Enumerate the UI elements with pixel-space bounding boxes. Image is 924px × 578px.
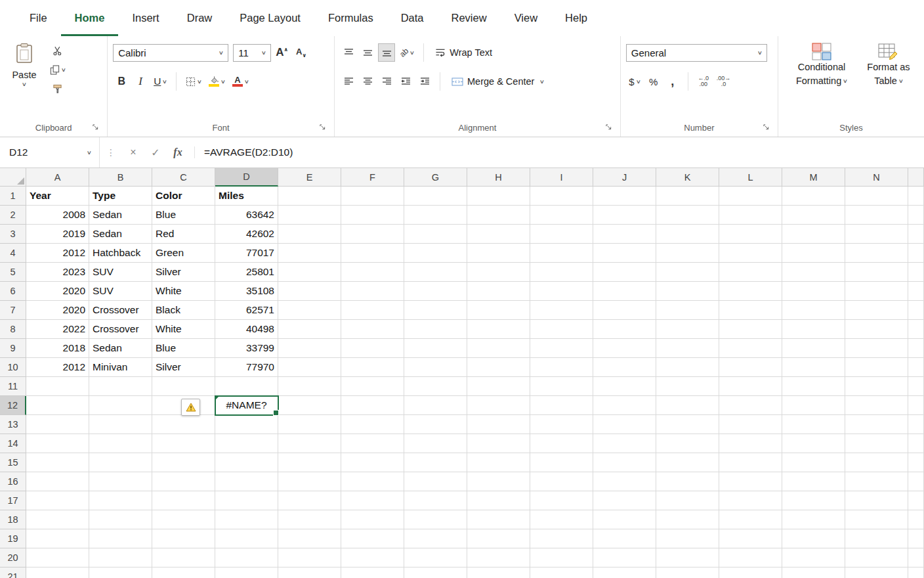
- cell-D10[interactable]: 77970: [215, 358, 278, 377]
- cell-E1[interactable]: [278, 187, 341, 206]
- row-header-17[interactable]: 17: [0, 491, 26, 510]
- cell-C8[interactable]: White: [152, 320, 215, 339]
- menu-item-insert[interactable]: Insert: [118, 0, 173, 36]
- cell-A6[interactable]: 2020: [26, 282, 89, 301]
- cell-I21[interactable]: [530, 567, 593, 578]
- cell-F13[interactable]: [341, 415, 404, 434]
- cell-D6[interactable]: 35108: [215, 282, 278, 301]
- cell-N15[interactable]: [845, 453, 908, 472]
- cell-K21[interactable]: [656, 567, 719, 578]
- format-painter-button[interactable]: [47, 82, 68, 95]
- column-header-H[interactable]: H: [467, 168, 530, 187]
- cell-C10[interactable]: Silver: [152, 358, 215, 377]
- row-header-6[interactable]: 6: [0, 282, 26, 301]
- cell-L15[interactable]: [719, 453, 782, 472]
- cell-H19[interactable]: [467, 529, 530, 548]
- cell-F3[interactable]: [341, 225, 404, 244]
- cell-K15[interactable]: [656, 453, 719, 472]
- cell-J5[interactable]: [593, 263, 656, 282]
- cell-D21[interactable]: [215, 567, 278, 578]
- cell-A4[interactable]: 2012: [26, 244, 89, 263]
- cell-E11[interactable]: [278, 377, 341, 396]
- cell-B18[interactable]: [89, 510, 152, 529]
- cell-G1[interactable]: [404, 187, 467, 206]
- format-as-table-button[interactable]: Format as Table ∨: [858, 41, 919, 119]
- error-checking-button[interactable]: [181, 399, 200, 416]
- cell-F20[interactable]: [341, 548, 404, 567]
- cell-F1[interactable]: [341, 187, 404, 206]
- cell-N11[interactable]: [845, 377, 908, 396]
- cell-B14[interactable]: [89, 434, 152, 453]
- cell-J21[interactable]: [593, 567, 656, 578]
- cell-K8[interactable]: [656, 320, 719, 339]
- cell-C6[interactable]: White: [152, 282, 215, 301]
- cell-M5[interactable]: [782, 263, 845, 282]
- cell-H6[interactable]: [467, 282, 530, 301]
- cell-L12[interactable]: [719, 396, 782, 415]
- alignment-dialog-launcher-icon[interactable]: [604, 123, 613, 131]
- cell-N5[interactable]: [845, 263, 908, 282]
- cell-E17[interactable]: [278, 491, 341, 510]
- cut-button[interactable]: [47, 44, 68, 57]
- cell-I2[interactable]: [530, 206, 593, 225]
- cell-I14[interactable]: [530, 434, 593, 453]
- cell-F5[interactable]: [341, 263, 404, 282]
- cell-G6[interactable]: [404, 282, 467, 301]
- paste-button[interactable]: Paste ∨: [5, 41, 43, 119]
- align-center-button[interactable]: [359, 72, 376, 91]
- orientation-button[interactable]: ab ∨: [397, 43, 417, 62]
- row-header-5[interactable]: 5: [0, 263, 26, 282]
- cell-C11[interactable]: [152, 377, 215, 396]
- cell-L11[interactable]: [719, 377, 782, 396]
- cell-G2[interactable]: [404, 206, 467, 225]
- cell-E7[interactable]: [278, 301, 341, 320]
- decrease-decimal-button[interactable]: .00→.0: [714, 72, 734, 91]
- row-header-18[interactable]: 18: [0, 510, 26, 529]
- cell-F9[interactable]: [341, 339, 404, 358]
- cell-F19[interactable]: [341, 529, 404, 548]
- column-header-N[interactable]: N: [845, 168, 908, 187]
- cell-H11[interactable]: [467, 377, 530, 396]
- cell-C21[interactable]: [152, 567, 215, 578]
- column-header-L[interactable]: L: [719, 168, 782, 187]
- cell-J20[interactable]: [593, 548, 656, 567]
- merge-center-button[interactable]: Merge & Center ∨: [447, 72, 549, 91]
- cell-F12[interactable]: [341, 396, 404, 415]
- cell-C1[interactable]: Color: [152, 187, 215, 206]
- cell-E5[interactable]: [278, 263, 341, 282]
- menu-item-review[interactable]: Review: [438, 0, 501, 36]
- row-header-20[interactable]: 20: [0, 548, 26, 567]
- cell-L21[interactable]: [719, 567, 782, 578]
- cell-A9[interactable]: 2018: [26, 339, 89, 358]
- cell-H21[interactable]: [467, 567, 530, 578]
- fill-color-button[interactable]: ∨: [206, 72, 228, 91]
- cell-I16[interactable]: [530, 472, 593, 491]
- cell-H20[interactable]: [467, 548, 530, 567]
- cell-J7[interactable]: [593, 301, 656, 320]
- cell-K10[interactable]: [656, 358, 719, 377]
- cell-K4[interactable]: [656, 244, 719, 263]
- cell-G21[interactable]: [404, 567, 467, 578]
- cell-G12[interactable]: [404, 396, 467, 415]
- cell-A16[interactable]: [26, 472, 89, 491]
- cell-K17[interactable]: [656, 491, 719, 510]
- cell-J19[interactable]: [593, 529, 656, 548]
- cell-J6[interactable]: [593, 282, 656, 301]
- cell-E4[interactable]: [278, 244, 341, 263]
- cell-B16[interactable]: [89, 472, 152, 491]
- cell-E18[interactable]: [278, 510, 341, 529]
- cell-I17[interactable]: [530, 491, 593, 510]
- cell-M21[interactable]: [782, 567, 845, 578]
- menu-item-view[interactable]: View: [501, 0, 551, 36]
- enter-button[interactable]: ✓: [144, 146, 167, 159]
- cell-M13[interactable]: [782, 415, 845, 434]
- cell-G14[interactable]: [404, 434, 467, 453]
- cell-A7[interactable]: 2020: [26, 301, 89, 320]
- cell-H13[interactable]: [467, 415, 530, 434]
- cell-A14[interactable]: [26, 434, 89, 453]
- cell-K11[interactable]: [656, 377, 719, 396]
- align-right-button[interactable]: [378, 72, 395, 91]
- cell-I5[interactable]: [530, 263, 593, 282]
- cell-G3[interactable]: [404, 225, 467, 244]
- font-dialog-launcher-icon[interactable]: [318, 123, 327, 131]
